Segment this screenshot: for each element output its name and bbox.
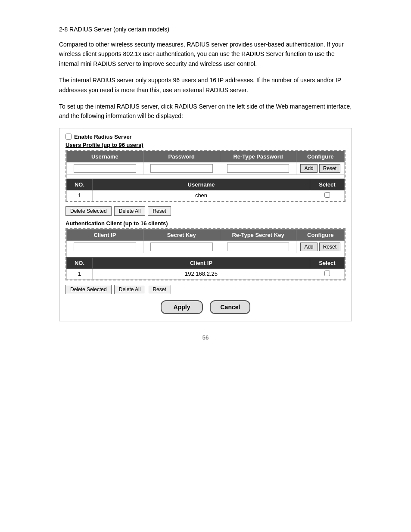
client-list-row: 1 192.168.2.25 bbox=[67, 268, 345, 279]
paragraph-2: The internal RADIUS server only supports… bbox=[59, 75, 352, 95]
enable-radius-row: Enable Radius Server bbox=[65, 134, 346, 140]
users-list-header-select: Select bbox=[310, 179, 345, 190]
password-input[interactable] bbox=[150, 164, 213, 173]
users-config-table: Username Password Re-Type Password Confi… bbox=[66, 151, 345, 179]
client-header-retype: Re-Type Secret Key bbox=[220, 229, 296, 240]
users-row-no: 1 bbox=[67, 190, 93, 201]
client-header-configure: Configure bbox=[296, 229, 345, 240]
paragraph-3: To set up the internal RADIUS server, cl… bbox=[59, 102, 352, 121]
client-row-select-cell bbox=[310, 268, 345, 279]
retype-password-input[interactable] bbox=[227, 164, 290, 173]
radius-ui-container: Enable Radius Server Users Profile (up t… bbox=[59, 128, 352, 321]
bottom-buttons: Apply Cancel bbox=[65, 300, 346, 314]
users-action-row: Delete Selected Delete All Reset bbox=[65, 206, 346, 216]
paragraph-1: Compared to other wireless security meas… bbox=[59, 40, 352, 68]
enable-radius-label: Enable Radius Server bbox=[74, 134, 132, 140]
client-list-header-ip: Client IP bbox=[93, 257, 310, 268]
users-row-select-cell bbox=[310, 190, 345, 201]
section-title: 2-8 RADIUS Server (only certain models) bbox=[59, 26, 352, 33]
users-configure-cell: Add Reset bbox=[300, 164, 341, 173]
users-profile-box: Username Password Re-Type Password Confi… bbox=[65, 150, 346, 202]
client-add-button[interactable]: Add bbox=[300, 243, 317, 251]
client-reset-button[interactable]: Reset bbox=[319, 243, 340, 251]
client-list-table: NO. Client IP Select 1 192.168.2.25 bbox=[66, 257, 345, 280]
users-row-select-checkbox[interactable] bbox=[324, 192, 330, 198]
enable-radius-checkbox[interactable] bbox=[65, 134, 72, 140]
users-list-header-no: NO. bbox=[67, 179, 93, 190]
client-delete-selected-button[interactable]: Delete Selected bbox=[65, 285, 112, 294]
users-delete-selected-button[interactable]: Delete Selected bbox=[65, 206, 112, 216]
client-profile-box: Client IP Secret Key Re-Type Secret Key … bbox=[65, 228, 346, 280]
users-row-username: chen bbox=[93, 190, 310, 201]
client-delete-all-button[interactable]: Delete All bbox=[114, 285, 146, 294]
users-header-configure: Configure bbox=[296, 151, 345, 162]
client-list-header-no: NO. bbox=[67, 257, 93, 268]
users-list-table: NO. Username Select 1 chen bbox=[66, 179, 345, 201]
client-configure-cell: Add Reset bbox=[300, 243, 341, 251]
username-input[interactable] bbox=[74, 164, 136, 173]
users-delete-all-button[interactable]: Delete All bbox=[114, 206, 146, 216]
users-add-button[interactable]: Add bbox=[300, 164, 317, 173]
users-profile-label: Users Profile (up to 96 users) bbox=[65, 142, 346, 148]
users-reset-action-button[interactable]: Reset bbox=[148, 206, 171, 216]
retype-secret-input[interactable] bbox=[227, 243, 290, 251]
client-row-ip: 192.168.2.25 bbox=[93, 268, 310, 279]
users-reset-button[interactable]: Reset bbox=[319, 164, 340, 173]
users-header-retype: Re-Type Password bbox=[220, 151, 296, 162]
client-header-secret: Secret Key bbox=[143, 229, 220, 240]
client-config-table: Client IP Secret Key Re-Type Secret Key … bbox=[66, 229, 345, 257]
client-list-header-select: Select bbox=[310, 257, 345, 268]
client-row-no: 1 bbox=[67, 268, 93, 279]
cancel-button[interactable]: Cancel bbox=[210, 300, 250, 314]
page-number: 56 bbox=[59, 334, 352, 341]
apply-button[interactable]: Apply bbox=[161, 300, 203, 314]
client-reset-action-button[interactable]: Reset bbox=[148, 285, 171, 294]
client-row-select-checkbox[interactable] bbox=[324, 271, 330, 276]
auth-client-label: Authentication Client (up to 16 clients) bbox=[65, 220, 346, 227]
users-header-username: Username bbox=[67, 151, 143, 162]
client-header-ip: Client IP bbox=[67, 229, 143, 240]
client-action-row: Delete Selected Delete All Reset bbox=[65, 285, 346, 294]
secret-key-input[interactable] bbox=[150, 243, 213, 251]
users-list-row: 1 chen bbox=[67, 190, 345, 201]
users-header-password: Password bbox=[143, 151, 220, 162]
client-ip-input[interactable] bbox=[74, 243, 136, 251]
users-list-header-username: Username bbox=[93, 179, 310, 190]
